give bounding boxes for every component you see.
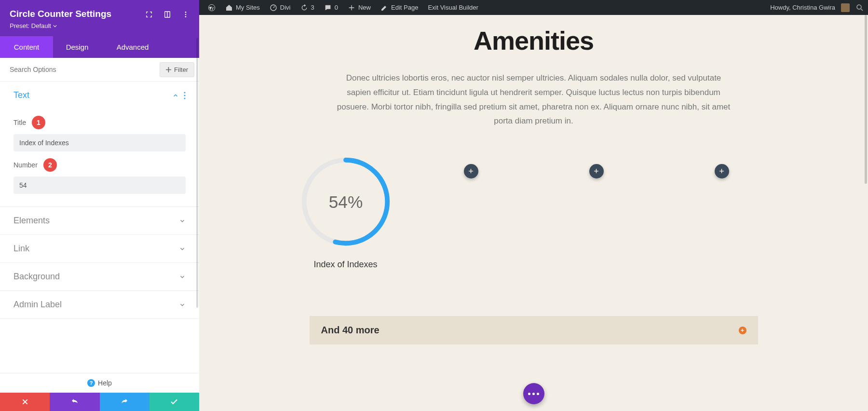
plus-icon (166, 67, 171, 72)
settings-sidebar: Circle Counter Settings Preset: Default … (0, 0, 199, 411)
exit-visual-builder[interactable]: Exit Visual Builder (423, 0, 483, 15)
title-input[interactable] (14, 134, 186, 151)
number-input[interactable] (14, 177, 186, 194)
wp-logo[interactable] (203, 0, 220, 15)
section-background-header[interactable]: Background (0, 263, 199, 290)
section-text-content: Title 1 Number 2 (0, 116, 199, 206)
section-admin-label: Admin Label (0, 291, 199, 319)
page-paragraph: Donec ultricies lobortis eros, nec aucto… (336, 71, 732, 128)
refresh-icon (300, 4, 308, 12)
undo-button[interactable] (50, 393, 99, 411)
svg-point-4 (185, 16, 187, 17)
number-field-label: Number 2 (14, 158, 186, 172)
chevron-down-icon (179, 301, 186, 308)
undo-icon (70, 397, 79, 406)
main-area: My Sites Divi 3 0 New Edit Page (199, 0, 868, 411)
action-bar (0, 393, 199, 411)
main-scrollbar[interactable] (865, 15, 867, 184)
kebab-icon[interactable] (184, 92, 186, 99)
empty-column-3: + (548, 154, 645, 178)
expand-icon[interactable] (145, 11, 153, 18)
add-module-button[interactable]: + (715, 164, 729, 178)
section-text: Text Title 1 Number 2 (0, 82, 199, 207)
save-button[interactable] (149, 393, 199, 411)
redo-icon (120, 397, 129, 406)
pencil-icon (380, 4, 388, 12)
wordpress-icon (208, 4, 216, 12)
search-icon[interactable] (855, 3, 864, 12)
caret-down-icon (53, 24, 57, 28)
comment-icon (324, 4, 332, 12)
add-module-button[interactable]: + (464, 164, 478, 178)
tab-content[interactable]: Content (0, 36, 53, 58)
updates-menu[interactable]: 3 (296, 0, 319, 15)
accordion-toggle[interactable]: And 40 more + (310, 316, 758, 344)
empty-column-2: + (423, 154, 519, 178)
chevron-down-icon (179, 218, 186, 224)
kebab-icon[interactable] (182, 11, 190, 18)
counter-column-1: 54% Index of Indexes (298, 154, 394, 270)
help-icon: ? (87, 379, 95, 387)
svg-point-6 (184, 95, 186, 96)
svg-point-7 (184, 97, 186, 99)
empty-column-4: + (674, 154, 770, 178)
site-menu[interactable]: Divi (265, 0, 296, 15)
svg-point-5 (184, 92, 186, 93)
section-elements-header[interactable]: Elements (0, 207, 199, 234)
tab-design[interactable]: Design (53, 36, 101, 58)
check-icon (170, 397, 178, 406)
builder-fab[interactable] (523, 383, 544, 404)
plus-icon (348, 4, 355, 12)
my-sites-menu[interactable]: My Sites (220, 0, 265, 15)
circle-percent-text: 54% (328, 192, 363, 211)
edit-page-menu[interactable]: Edit Page (376, 0, 423, 15)
annotation-badge-1: 1 (32, 116, 45, 129)
house-icon (225, 4, 233, 12)
page-heading: Amenities (199, 26, 868, 55)
dots-icon (528, 393, 539, 395)
section-admin-label-header[interactable]: Admin Label (0, 291, 199, 318)
title-field-label: Title 1 (14, 116, 186, 129)
responsive-icon[interactable] (163, 11, 171, 18)
svg-point-3 (185, 14, 187, 15)
search-input[interactable] (5, 62, 156, 77)
section-elements: Elements (0, 207, 199, 235)
sidebar-scrollbar[interactable] (196, 38, 198, 308)
tab-advanced[interactable]: Advanced (101, 36, 164, 58)
circle-label: Index of Indexes (313, 260, 377, 270)
svg-point-2 (185, 12, 187, 13)
section-link-header[interactable]: Link (0, 235, 199, 262)
svg-point-10 (857, 5, 861, 9)
panel-body: Text Title 1 Number 2 (0, 82, 199, 373)
search-row: Filter (0, 58, 199, 82)
howdy-user[interactable]: Howdy, Christina Gwira (770, 4, 835, 11)
comments-menu[interactable]: 0 (319, 0, 343, 15)
redo-button[interactable] (100, 393, 149, 411)
counter-row: 54% Index of Indexes + + + (298, 154, 770, 270)
settings-tabs: Content Design Advanced (0, 36, 199, 58)
chevron-down-icon (179, 246, 186, 252)
avatar[interactable] (841, 3, 850, 12)
circle-counter-svg: 54% (298, 154, 393, 249)
chevron-up-icon (172, 92, 179, 99)
help-row[interactable]: ? Help (0, 373, 199, 393)
section-link: Link (0, 235, 199, 263)
module-title: Circle Counter Settings (10, 9, 145, 19)
section-text-header[interactable]: Text (0, 82, 199, 109)
new-menu[interactable]: New (343, 0, 376, 15)
plus-circle-icon: + (739, 327, 746, 334)
filter-button[interactable]: Filter (160, 62, 194, 77)
preset-dropdown[interactable]: Preset: Default (10, 22, 145, 29)
page-canvas: Amenities Donec ultricies lobortis eros,… (199, 15, 868, 411)
sidebar-header: Circle Counter Settings Preset: Default (0, 0, 199, 36)
circle-counter[interactable]: 54% Index of Indexes (298, 154, 393, 270)
chevron-down-icon (179, 274, 186, 280)
add-module-button[interactable]: + (589, 164, 604, 178)
annotation-badge-2: 2 (43, 158, 57, 172)
cancel-button[interactable] (0, 393, 50, 411)
close-icon (21, 398, 29, 406)
gauge-icon (270, 4, 277, 12)
wp-admin-bar: My Sites Divi 3 0 New Edit Page (199, 0, 868, 15)
section-background: Background (0, 263, 199, 291)
